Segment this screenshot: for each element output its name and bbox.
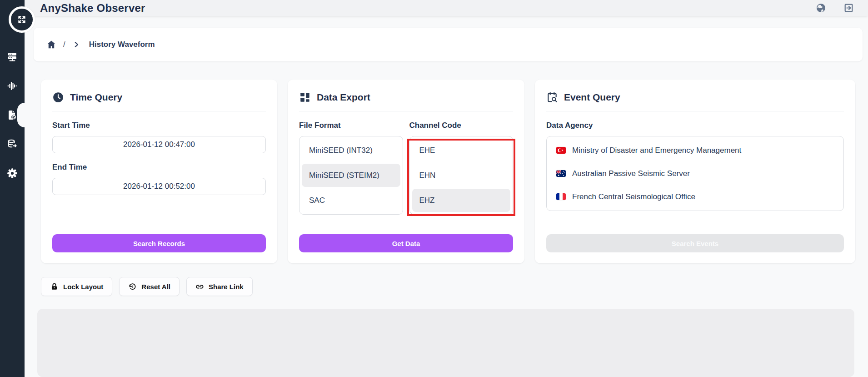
start-time-input[interactable] bbox=[52, 136, 266, 153]
file-format-option[interactable]: MiniSEED (INT32) bbox=[302, 139, 400, 162]
breadcrumb: / History Waveform bbox=[34, 28, 863, 61]
database-export-icon[interactable] bbox=[7, 139, 18, 150]
agency-option[interactable]: French Central Seismological Office bbox=[549, 186, 841, 208]
agency-option[interactable]: Australian Passive Seismic Server bbox=[549, 163, 841, 185]
button-label: Reset All bbox=[141, 283, 170, 291]
card-title: Time Query bbox=[70, 92, 122, 103]
data-agency-list: Ministry of Disaster and Emergency Manag… bbox=[546, 136, 844, 211]
channel-code-option[interactable]: EHE bbox=[412, 139, 511, 162]
globe-icon[interactable] bbox=[815, 2, 827, 14]
australia-flag-icon bbox=[556, 170, 566, 177]
file-format-list: MiniSEED (INT32) MiniSEED (STEIM2) SAC bbox=[299, 136, 403, 215]
expand-icon bbox=[16, 14, 27, 25]
agency-label: Ministry of Disaster and Emergency Manag… bbox=[572, 146, 741, 155]
breadcrumb-current: History Waveform bbox=[89, 40, 155, 49]
button-label: Share Link bbox=[209, 283, 244, 291]
channel-code-list: EHE EHN EHZ bbox=[409, 136, 514, 215]
agency-option[interactable]: Ministry of Disaster and Emergency Manag… bbox=[549, 140, 841, 161]
calendar-search-icon bbox=[546, 91, 558, 103]
agency-label: Australian Passive Seismic Server bbox=[572, 169, 690, 178]
search-records-button[interactable]: Search Records bbox=[52, 234, 266, 252]
file-format-option[interactable]: SAC bbox=[302, 189, 400, 212]
share-link-button[interactable]: Share Link bbox=[186, 277, 253, 296]
sign-out-icon[interactable] bbox=[843, 2, 854, 14]
file-format-label: File Format bbox=[299, 121, 403, 130]
divider bbox=[52, 111, 266, 111]
end-time-input[interactable] bbox=[52, 178, 266, 195]
get-data-button[interactable]: Get Data bbox=[299, 234, 513, 252]
divider bbox=[546, 111, 844, 111]
waveform-panel-placeholder bbox=[37, 309, 854, 377]
data-agency-label: Data Agency bbox=[546, 121, 844, 130]
dashboard-grid-icon bbox=[299, 91, 311, 103]
app-logo[interactable] bbox=[9, 6, 35, 33]
card-title: Data Export bbox=[317, 92, 370, 103]
breadcrumb-separator: / bbox=[63, 40, 65, 49]
start-time-label: Start Time bbox=[52, 121, 266, 130]
active-item-notch bbox=[17, 103, 25, 127]
gear-icon[interactable] bbox=[7, 168, 18, 179]
event-query-card: Event Query Data Agency Ministry of Disa… bbox=[535, 80, 855, 263]
home-icon[interactable] bbox=[46, 40, 56, 50]
app-title: AnyShake Observer bbox=[40, 2, 145, 15]
lock-layout-button[interactable]: Lock Layout bbox=[41, 277, 112, 296]
layout-toolbar: Lock Layout Reset All Share Link bbox=[41, 277, 863, 296]
turkey-flag-icon bbox=[556, 147, 566, 154]
chevron-right-icon bbox=[72, 40, 80, 49]
data-export-card: Data Export File Format MiniSEED (INT32)… bbox=[288, 80, 524, 263]
button-label: Lock Layout bbox=[63, 283, 103, 291]
sidebar bbox=[0, 0, 25, 377]
file-clock-icon[interactable] bbox=[7, 110, 18, 121]
card-title: Event Query bbox=[564, 92, 620, 103]
link-icon bbox=[195, 282, 204, 291]
channel-code-option[interactable]: EHN bbox=[412, 164, 511, 187]
server-rack-icon[interactable] bbox=[7, 51, 18, 62]
reset-icon bbox=[128, 282, 137, 291]
channel-code-label: Channel Code bbox=[409, 121, 514, 130]
reset-all-button[interactable]: Reset All bbox=[119, 277, 180, 296]
channel-code-option[interactable]: EHZ bbox=[412, 189, 511, 212]
agency-label: French Central Seismological Office bbox=[572, 192, 695, 201]
end-time-label: End Time bbox=[52, 163, 266, 172]
search-events-button[interactable]: Search Events bbox=[546, 234, 844, 252]
top-header: AnyShake Observer bbox=[25, 0, 868, 16]
lock-icon bbox=[50, 282, 59, 291]
france-flag-icon bbox=[556, 193, 566, 200]
file-format-option[interactable]: MiniSEED (STEIM2) bbox=[302, 164, 400, 187]
seismic-waveform-icon[interactable] bbox=[7, 80, 18, 91]
clock-icon bbox=[52, 91, 64, 103]
time-query-card: Time Query Start Time End Time Search Re… bbox=[41, 80, 277, 263]
